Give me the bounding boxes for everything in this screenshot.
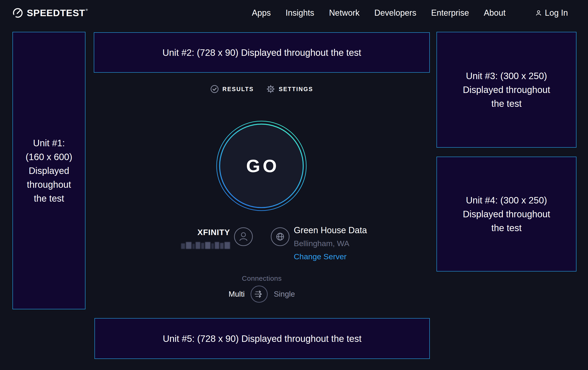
gear-icon	[266, 85, 275, 93]
server-name: Green House Data	[294, 225, 367, 235]
multi-connection-arrows-icon	[251, 286, 267, 302]
masked-pixel	[201, 243, 204, 249]
speedtest-page: SPEEDTEST ® Apps Insights Network Develo…	[0, 0, 588, 370]
nav-item-apps[interactable]: Apps	[252, 8, 271, 18]
tab-settings-label: SETTINGS	[279, 86, 313, 92]
brand-wordmark: SPEEDTEST ®	[27, 8, 88, 19]
go-button-label: GO	[244, 155, 279, 177]
results-settings-tabs: RESULTS	[94, 83, 430, 95]
check-circle-icon	[210, 85, 219, 93]
nav-item-network[interactable]: Network	[329, 8, 360, 18]
server-location: Bellingham, WA	[294, 239, 367, 248]
isp-name: XFINITY	[176, 228, 230, 237]
connections-section: Connections Multi	[94, 274, 430, 303]
connections-option-single[interactable]: Single	[274, 290, 295, 299]
server-globe-icon	[271, 227, 290, 246]
connections-option-multi[interactable]: Multi	[229, 290, 245, 299]
connections-label: Connections	[94, 274, 430, 282]
nav-item-insights[interactable]: Insights	[286, 8, 314, 18]
ad-unit-5-text: Unit #5: (728 x 90) Displayed throughout…	[163, 332, 362, 346]
ad-unit-5-leaderboard[interactable]: Unit #5: (728 x 90) Displayed throughout…	[94, 318, 430, 359]
isp-person-icon	[234, 227, 253, 246]
ad-unit-2-text: Unit #2: (728 x 90) Displayed throughout…	[162, 46, 361, 60]
masked-pixel	[220, 243, 224, 249]
masked-pixel	[196, 242, 200, 249]
person-icon	[535, 10, 542, 16]
ad-unit-4-rectangle[interactable]: Unit #4: (300 x 250) Displayed throughou…	[437, 157, 577, 271]
login-label: Log In	[545, 8, 568, 18]
ad-unit-3-rectangle[interactable]: Unit #3: (300 x 250) Displayed throughou…	[437, 32, 577, 148]
masked-pixel	[192, 244, 194, 249]
main-nav: Apps Insights Network Developers Enterpr…	[252, 8, 568, 18]
ad-unit-2-leaderboard[interactable]: Unit #2: (728 x 90) Displayed throughout…	[94, 32, 430, 73]
masked-pixel	[181, 243, 185, 249]
tab-results[interactable]: RESULTS	[210, 85, 254, 93]
masked-pixel	[186, 242, 191, 249]
ad-unit-1-text: Unit #1: (160 x 600) Displayed throughou…	[26, 136, 72, 205]
header: SPEEDTEST ® Apps Insights Network Develo…	[0, 0, 588, 26]
speedometer-gauge-icon	[12, 8, 23, 18]
ad-unit-3-text: Unit #3: (300 x 250) Displayed throughou…	[463, 69, 550, 110]
nav-item-developers[interactable]: Developers	[374, 8, 416, 18]
connection-info-row: XFINITY	[176, 225, 388, 266]
tab-results-label: RESULTS	[222, 86, 254, 92]
ad-unit-4-text: Unit #4: (300 x 250) Displayed throughou…	[463, 193, 550, 235]
brand-logo[interactable]: SPEEDTEST ®	[12, 8, 88, 19]
tab-settings[interactable]: SETTINGS	[266, 85, 313, 93]
masked-pixel	[224, 242, 230, 249]
change-server-link[interactable]: Change Server	[294, 252, 367, 261]
masked-pixel	[215, 242, 219, 249]
registered-mark: ®	[86, 8, 88, 11]
masked-pixel	[205, 242, 210, 249]
server-info-block: Green House Data Bellingham, WA Change S…	[294, 225, 367, 261]
connections-toggle-row: Multi Single	[94, 286, 430, 303]
masked-pixel	[211, 243, 214, 249]
ad-unit-1-skyscraper[interactable]: Unit #1: (160 x 600) Displayed throughou…	[12, 32, 85, 309]
go-button[interactable]: GO	[216, 121, 307, 211]
nav-item-enterprise[interactable]: Enterprise	[431, 8, 469, 18]
masked-ip-address	[181, 242, 230, 249]
brand-name: SPEEDTEST	[27, 8, 85, 19]
nav-item-about[interactable]: About	[484, 8, 505, 18]
connections-toggle-button[interactable]	[251, 286, 268, 303]
login-button[interactable]: Log In	[535, 8, 568, 18]
